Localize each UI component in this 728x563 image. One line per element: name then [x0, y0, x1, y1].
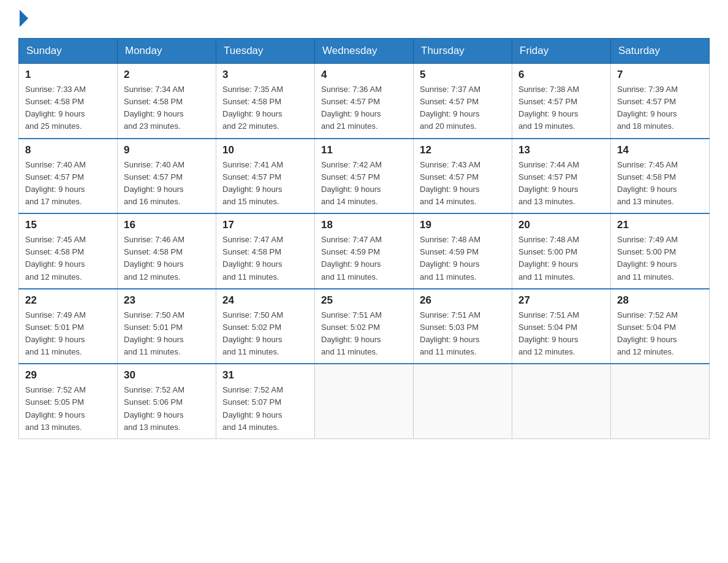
calendar-day-cell: 3Sunrise: 7:35 AMSunset: 4:58 PMDaylight… — [216, 64, 315, 139]
day-number: 31 — [222, 369, 308, 381]
day-number: 10 — [222, 144, 308, 156]
day-number: 8 — [25, 144, 111, 156]
page-header — [18, 12, 710, 27]
calendar-week-row: 15Sunrise: 7:45 AMSunset: 4:58 PMDayligh… — [19, 213, 710, 289]
calendar-day-cell: 19Sunrise: 7:48 AMSunset: 4:59 PMDayligh… — [414, 213, 512, 289]
day-info: Sunrise: 7:48 AMSunset: 5:00 PMDaylight:… — [518, 234, 604, 283]
calendar-week-row: 1Sunrise: 7:33 AMSunset: 4:58 PMDaylight… — [19, 64, 710, 139]
day-number: 14 — [617, 144, 703, 156]
day-info: Sunrise: 7:47 AMSunset: 4:59 PMDaylight:… — [321, 234, 407, 283]
day-number: 20 — [518, 219, 604, 231]
day-info: Sunrise: 7:40 AMSunset: 4:57 PMDaylight:… — [25, 159, 111, 209]
day-number: 30 — [124, 369, 210, 381]
calendar-day-cell: 8Sunrise: 7:40 AMSunset: 4:57 PMDaylight… — [19, 139, 118, 214]
day-info: Sunrise: 7:52 AMSunset: 5:06 PMDaylight:… — [124, 384, 210, 434]
calendar-day-cell: 4Sunrise: 7:36 AMSunset: 4:57 PMDaylight… — [315, 64, 414, 139]
day-number: 9 — [124, 144, 210, 156]
day-info: Sunrise: 7:33 AMSunset: 4:58 PMDaylight:… — [25, 83, 111, 133]
calendar-table: SundayMondayTuesdayWednesdayThursdayFrid… — [18, 38, 710, 439]
calendar-week-row: 8Sunrise: 7:40 AMSunset: 4:57 PMDaylight… — [19, 139, 710, 214]
day-info: Sunrise: 7:41 AMSunset: 4:57 PMDaylight:… — [222, 159, 308, 209]
calendar-day-cell: 15Sunrise: 7:45 AMSunset: 4:58 PMDayligh… — [19, 213, 118, 289]
day-number: 16 — [124, 219, 210, 231]
calendar-day-cell: 12Sunrise: 7:43 AMSunset: 4:57 PMDayligh… — [414, 139, 512, 214]
day-info: Sunrise: 7:40 AMSunset: 4:57 PMDaylight:… — [124, 159, 210, 209]
day-info: Sunrise: 7:43 AMSunset: 4:57 PMDaylight:… — [420, 159, 506, 209]
calendar-day-cell: 11Sunrise: 7:42 AMSunset: 4:57 PMDayligh… — [315, 139, 414, 214]
day-number: 13 — [518, 144, 604, 156]
calendar-day-cell: 27Sunrise: 7:51 AMSunset: 5:04 PMDayligh… — [512, 289, 611, 364]
day-number: 12 — [420, 144, 506, 156]
logo — [18, 12, 28, 27]
day-number: 19 — [420, 219, 506, 231]
day-number: 18 — [321, 219, 407, 231]
calendar-day-cell: 25Sunrise: 7:51 AMSunset: 5:02 PMDayligh… — [315, 289, 414, 364]
day-number: 17 — [222, 219, 308, 231]
day-header-wednesday: Wednesday — [315, 39, 414, 64]
day-info: Sunrise: 7:45 AMSunset: 4:58 PMDaylight:… — [25, 234, 111, 283]
calendar-day-cell — [414, 364, 512, 439]
calendar-week-row: 22Sunrise: 7:49 AMSunset: 5:01 PMDayligh… — [19, 289, 710, 364]
day-info: Sunrise: 7:39 AMSunset: 4:57 PMDaylight:… — [617, 83, 703, 133]
day-number: 29 — [25, 369, 111, 381]
day-info: Sunrise: 7:52 AMSunset: 5:04 PMDaylight:… — [617, 309, 703, 359]
day-info: Sunrise: 7:46 AMSunset: 4:58 PMDaylight:… — [124, 234, 210, 283]
day-number: 24 — [222, 294, 308, 307]
logo-triangle-icon — [20, 10, 28, 27]
calendar-day-cell — [512, 364, 611, 439]
day-header-monday: Monday — [118, 39, 216, 64]
calendar-day-cell: 16Sunrise: 7:46 AMSunset: 4:58 PMDayligh… — [118, 213, 216, 289]
calendar-day-cell: 26Sunrise: 7:51 AMSunset: 5:03 PMDayligh… — [414, 289, 512, 364]
day-number: 7 — [617, 69, 703, 81]
day-number: 1 — [25, 69, 111, 81]
calendar-day-cell: 18Sunrise: 7:47 AMSunset: 4:59 PMDayligh… — [315, 213, 414, 289]
day-header-friday: Friday — [512, 39, 611, 64]
calendar-day-cell: 20Sunrise: 7:48 AMSunset: 5:00 PMDayligh… — [512, 213, 611, 289]
day-header-thursday: Thursday — [414, 39, 512, 64]
calendar-day-cell — [315, 364, 414, 439]
day-info: Sunrise: 7:38 AMSunset: 4:57 PMDaylight:… — [518, 83, 604, 133]
day-number: 23 — [124, 294, 210, 307]
day-number: 15 — [25, 219, 111, 231]
day-info: Sunrise: 7:36 AMSunset: 4:57 PMDaylight:… — [321, 83, 407, 133]
day-info: Sunrise: 7:47 AMSunset: 4:58 PMDaylight:… — [222, 234, 308, 283]
day-info: Sunrise: 7:49 AMSunset: 5:00 PMDaylight:… — [617, 234, 703, 283]
calendar-day-cell: 29Sunrise: 7:52 AMSunset: 5:05 PMDayligh… — [19, 364, 118, 439]
day-number: 25 — [321, 294, 407, 307]
calendar-day-cell: 9Sunrise: 7:40 AMSunset: 4:57 PMDaylight… — [118, 139, 216, 214]
calendar-day-cell: 14Sunrise: 7:45 AMSunset: 4:58 PMDayligh… — [611, 139, 710, 214]
calendar-day-cell: 13Sunrise: 7:44 AMSunset: 4:57 PMDayligh… — [512, 139, 611, 214]
day-info: Sunrise: 7:35 AMSunset: 4:58 PMDaylight:… — [222, 83, 308, 133]
day-info: Sunrise: 7:52 AMSunset: 5:07 PMDaylight:… — [222, 384, 308, 434]
day-number: 2 — [124, 69, 210, 81]
day-number: 11 — [321, 144, 407, 156]
day-number: 27 — [518, 294, 604, 307]
day-number: 6 — [518, 69, 604, 81]
calendar-day-cell: 6Sunrise: 7:38 AMSunset: 4:57 PMDaylight… — [512, 64, 611, 139]
calendar-day-cell: 21Sunrise: 7:49 AMSunset: 5:00 PMDayligh… — [611, 213, 710, 289]
calendar-day-cell: 31Sunrise: 7:52 AMSunset: 5:07 PMDayligh… — [216, 364, 315, 439]
calendar-day-cell: 24Sunrise: 7:50 AMSunset: 5:02 PMDayligh… — [216, 289, 315, 364]
day-info: Sunrise: 7:48 AMSunset: 4:59 PMDaylight:… — [420, 234, 506, 283]
day-header-tuesday: Tuesday — [216, 39, 315, 64]
day-info: Sunrise: 7:44 AMSunset: 4:57 PMDaylight:… — [518, 159, 604, 209]
day-info: Sunrise: 7:51 AMSunset: 5:03 PMDaylight:… — [420, 309, 506, 359]
calendar-day-cell: 22Sunrise: 7:49 AMSunset: 5:01 PMDayligh… — [19, 289, 118, 364]
calendar-day-cell: 5Sunrise: 7:37 AMSunset: 4:57 PMDaylight… — [414, 64, 512, 139]
day-header-saturday: Saturday — [611, 39, 710, 64]
day-number: 4 — [321, 69, 407, 81]
calendar-week-row: 29Sunrise: 7:52 AMSunset: 5:05 PMDayligh… — [19, 364, 710, 439]
day-number: 26 — [420, 294, 506, 307]
day-info: Sunrise: 7:50 AMSunset: 5:02 PMDaylight:… — [222, 309, 308, 359]
calendar-day-cell: 17Sunrise: 7:47 AMSunset: 4:58 PMDayligh… — [216, 213, 315, 289]
calendar-day-cell: 10Sunrise: 7:41 AMSunset: 4:57 PMDayligh… — [216, 139, 315, 214]
day-info: Sunrise: 7:50 AMSunset: 5:01 PMDaylight:… — [124, 309, 210, 359]
day-number: 22 — [25, 294, 111, 307]
day-info: Sunrise: 7:45 AMSunset: 4:58 PMDaylight:… — [617, 159, 703, 209]
calendar-day-cell — [611, 364, 710, 439]
calendar-day-cell: 1Sunrise: 7:33 AMSunset: 4:58 PMDaylight… — [19, 64, 118, 139]
day-info: Sunrise: 7:51 AMSunset: 5:04 PMDaylight:… — [518, 309, 604, 359]
day-header-sunday: Sunday — [19, 39, 118, 64]
day-info: Sunrise: 7:52 AMSunset: 5:05 PMDaylight:… — [25, 384, 111, 434]
calendar-day-cell: 30Sunrise: 7:52 AMSunset: 5:06 PMDayligh… — [118, 364, 216, 439]
